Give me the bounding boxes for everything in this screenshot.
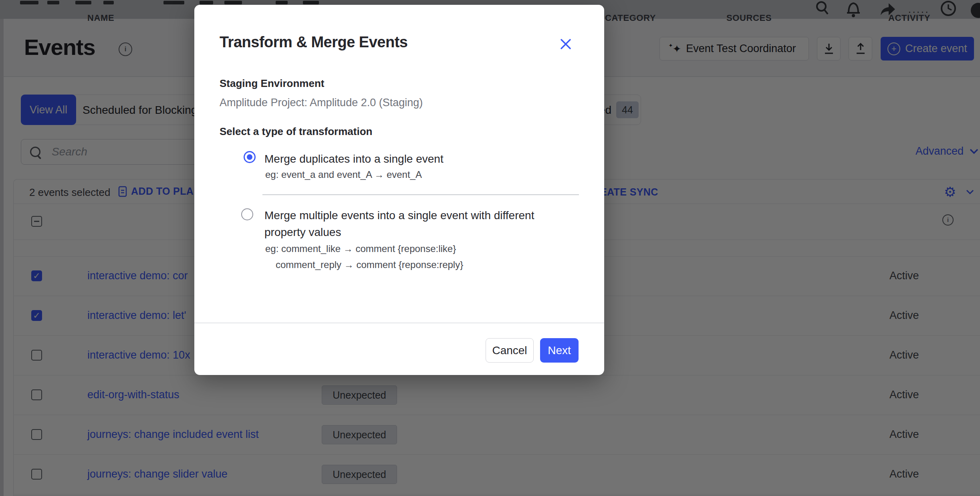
next-button[interactable]: Next	[540, 338, 579, 363]
select-type-heading: Select a type of transformation	[220, 125, 372, 138]
option-example: eg: comment_like → comment {reponse:like…	[265, 243, 456, 254]
radio-merge-multiple[interactable]	[241, 208, 253, 220]
option-example: eg: event_a and event_A → event_A	[265, 169, 422, 180]
staging-env-heading: Staging Environment	[220, 77, 324, 90]
app-canvas: ····· Events i ✦✦ Event Test Coordinator…	[0, 0, 980, 496]
footer-divider	[194, 323, 604, 323]
option-divider	[262, 194, 579, 195]
cancel-button[interactable]: Cancel	[486, 338, 534, 363]
close-icon[interactable]	[557, 35, 575, 53]
radio-merge-duplicates[interactable]	[244, 151, 256, 163]
radio-merge-duplicates-label[interactable]: Merge duplicates into a single event	[264, 151, 444, 167]
transform-merge-modal: Transform & Merge Events Staging Environ…	[194, 5, 604, 375]
option-example: comment_reply → comment {reponse:reply}	[276, 259, 463, 270]
project-line: Amplitude Project: Amplitude 2.0 (Stagin…	[220, 97, 423, 109]
radio-merge-multiple-label[interactable]: Merge multiple events into a single even…	[264, 207, 545, 241]
modal-title: Transform & Merge Events	[220, 34, 407, 51]
